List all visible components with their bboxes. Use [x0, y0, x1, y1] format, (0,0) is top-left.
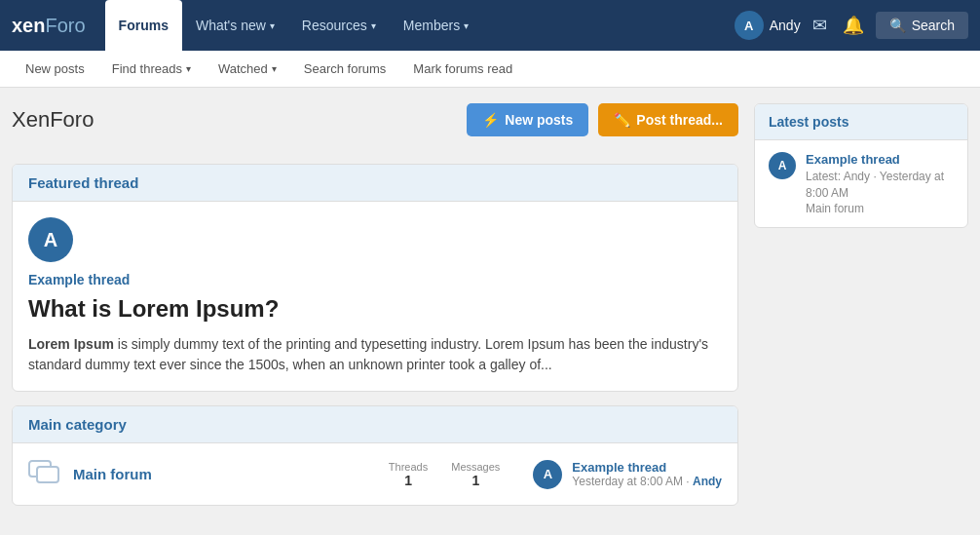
featured-thread-excerpt: Lorem Ipsum is simply dummy text of the …: [28, 334, 722, 375]
threads-stat: Threads 1: [389, 461, 428, 488]
featured-thread-rest: is simply dummy text of the printing and…: [28, 336, 708, 372]
main-category-title: Main category: [28, 416, 127, 433]
main-category-header: Main category: [13, 406, 737, 443]
top-area: XenForo ⚡ New posts ✏️ Post thread...: [12, 103, 738, 150]
action-buttons: ⚡ New posts ✏️ Post thread...: [467, 103, 738, 136]
latest-meta: Yesterday at 8:00 AM · Andy: [572, 475, 722, 488]
latest-user-link[interactable]: Andy: [693, 475, 722, 488]
subnav-new-posts[interactable]: New posts: [12, 51, 98, 87]
subnav-watched-label: Watched: [218, 61, 268, 76]
search-button[interactable]: 🔍 Search: [876, 12, 968, 39]
latest-post-info: Example thread Latest: Andy · Yesterday …: [806, 152, 954, 215]
avatar: A: [735, 11, 764, 40]
nav-right-area: A Andy ✉ 🔔 🔍 Search: [735, 11, 968, 40]
threads-count: 1: [389, 473, 428, 488]
featured-thread-bold: Lorem Ipsum: [28, 336, 114, 352]
nav-item-whats-new[interactable]: What's new ▾: [182, 0, 288, 51]
top-navigation: xenForo Forums What's new ▾ Resources ▾ …: [0, 0, 980, 51]
logo-foro: Foro: [45, 15, 85, 36]
bell-icon[interactable]: 🔔: [839, 11, 868, 40]
logo-xen: xen: [12, 15, 45, 36]
forum-row: Main forum Threads 1 Messages 1 A Exampl…: [13, 443, 737, 505]
site-logo[interactable]: xenForo: [12, 15, 86, 37]
subnav-find-threads-label: Find threads: [112, 61, 182, 76]
latest-post-meta: Latest: Andy · Yesterday at 8:00 AM: [806, 169, 954, 202]
new-posts-label: New posts: [505, 112, 573, 128]
post-thread-button[interactable]: ✏️ Post thread...: [598, 103, 738, 136]
featured-thread-body: A Example thread What is Lorem Ipsum? Lo…: [13, 202, 737, 391]
latest-post-item: A Example thread Latest: Andy · Yesterda…: [769, 152, 954, 215]
latest-avatar: A: [533, 460, 562, 489]
edit-icon: ✏️: [614, 112, 630, 128]
search-icon: 🔍: [889, 18, 906, 33]
page-title: XenForo: [12, 107, 94, 133]
featured-thread-section-title: Featured thread: [28, 174, 138, 191]
subnav-new-posts-label: New posts: [25, 61, 85, 76]
subnav-find-threads[interactable]: Find threads ▾: [98, 51, 205, 87]
latest-meta-text: Yesterday at 8:00 AM ·: [572, 475, 693, 488]
new-posts-button[interactable]: ⚡ New posts: [467, 103, 588, 136]
threads-label: Threads: [389, 461, 428, 473]
latest-thread-link[interactable]: Example thread: [572, 460, 722, 475]
featured-thread-link[interactable]: Example thread: [28, 272, 722, 287]
main-category-card: Main category Main forum Threads 1: [12, 405, 738, 506]
chevron-down-icon: ▾: [186, 63, 191, 74]
nav-item-members[interactable]: Members ▾: [390, 0, 482, 51]
username: Andy: [770, 18, 801, 33]
latest-post-forum: Main forum: [806, 202, 954, 215]
chevron-down-icon: ▾: [270, 20, 275, 31]
latest-posts-title: Latest posts: [769, 114, 848, 130]
latest-posts-body: A Example thread Latest: Andy · Yesterda…: [755, 140, 967, 227]
subnav-mark-forums-read[interactable]: Mark forums read: [399, 51, 526, 87]
mail-icon[interactable]: ✉: [809, 11, 831, 40]
right-column: Latest posts A Example thread Latest: An…: [754, 103, 968, 519]
forum-latest: A Example thread Yesterday at 8:00 AM · …: [533, 460, 722, 489]
main-content: XenForo ⚡ New posts ✏️ Post thread... Fe…: [0, 88, 980, 535]
messages-count: 1: [451, 473, 500, 488]
messages-label: Messages: [451, 461, 500, 473]
user-menu[interactable]: A Andy: [735, 11, 801, 40]
featured-avatar: A: [28, 217, 73, 262]
latest-posts-sidebar: Latest posts A Example thread Latest: An…: [754, 103, 968, 228]
latest-post-thread-link[interactable]: Example thread: [806, 152, 954, 167]
messages-stat: Messages 1: [451, 461, 500, 488]
post-thread-label: Post thread...: [636, 112, 723, 128]
subnav-mark-forums-read-label: Mark forums read: [413, 61, 512, 76]
latest-post-avatar: A: [769, 152, 796, 179]
main-nav: Forums What's new ▾ Resources ▾ Members …: [105, 0, 735, 51]
left-column: XenForo ⚡ New posts ✏️ Post thread... Fe…: [12, 103, 738, 519]
featured-thread-title: What is Lorem Ipsum?: [28, 295, 722, 323]
subnav-search-forums[interactable]: Search forums: [290, 51, 400, 87]
chevron-down-icon: ▾: [371, 20, 376, 31]
featured-thread-header: Featured thread: [13, 165, 737, 202]
forum-name[interactable]: Main forum: [73, 466, 170, 482]
nav-item-resources[interactable]: Resources ▾: [288, 0, 390, 51]
search-label: Search: [912, 18, 955, 33]
forum-stats: Threads 1 Messages 1: [389, 461, 501, 488]
forum-icon: [28, 457, 59, 491]
latest-posts-header: Latest posts: [755, 104, 967, 140]
lightning-icon: ⚡: [482, 112, 499, 128]
latest-info: Example thread Yesterday at 8:00 AM · An…: [572, 460, 722, 488]
sub-navigation: New posts Find threads ▾ Watched ▾ Searc…: [0, 51, 980, 88]
chevron-down-icon: ▾: [272, 63, 277, 74]
subnav-search-forums-label: Search forums: [304, 61, 387, 76]
featured-thread-card: Featured thread A Example thread What is…: [12, 164, 738, 392]
svg-rect-1: [37, 467, 58, 482]
subnav-watched[interactable]: Watched ▾: [205, 51, 290, 87]
chevron-down-icon: ▾: [464, 20, 469, 31]
nav-item-forums[interactable]: Forums: [105, 0, 182, 51]
